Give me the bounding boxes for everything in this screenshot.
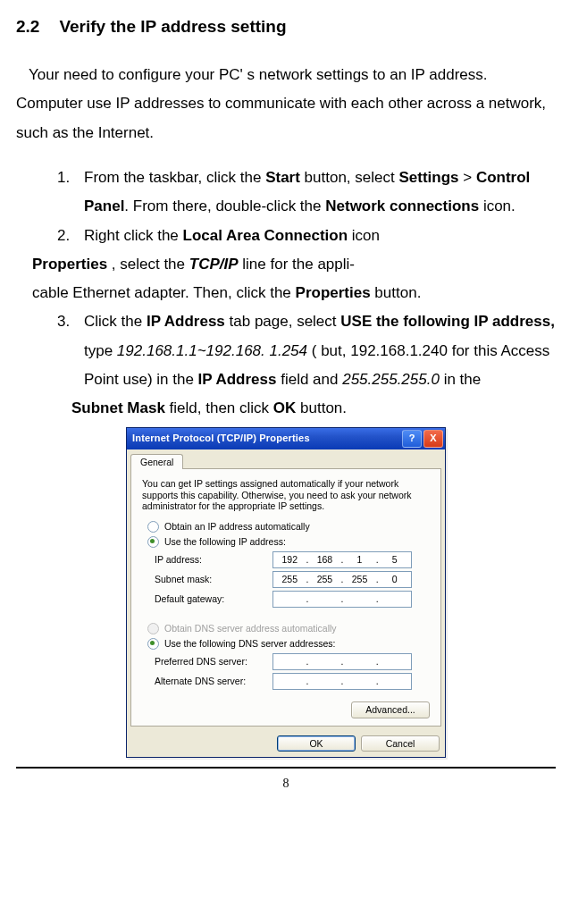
field-label: Alternate DNS server: — [155, 676, 272, 687]
tab-general[interactable]: General — [130, 454, 183, 470]
field-label: IP address: — [155, 554, 272, 566]
close-button[interactable]: X — [423, 430, 443, 448]
dialog-title: Internet Protocol (TCP/IP) Properties — [132, 433, 400, 444]
page-number: 8 — [16, 772, 556, 796]
radio-icon — [147, 638, 159, 650]
dns-fields-group: Preferred DNS server: . . . Alternate DN… — [142, 653, 430, 694]
radio-icon — [147, 623, 159, 634]
bold-text: OK — [273, 399, 297, 416]
page-divider — [16, 767, 556, 769]
list-item-2: 2. Right click the Local Area Connection… — [57, 222, 556, 250]
titlebar: Internet Protocol (TCP/IP) Properties ? … — [127, 428, 445, 449]
radio-icon — [147, 521, 159, 533]
panel-body: You can get IP settings assigned automat… — [130, 468, 441, 726]
radio-label: Obtain an IP address automatically — [164, 521, 310, 533]
list-number: 3. — [57, 307, 70, 336]
bold-text: USE the following IP address, — [340, 313, 555, 330]
bold-text: Local Area Connection — [183, 227, 348, 244]
field-label: Subnet mask: — [155, 574, 272, 585]
field-label: Default gateway: — [155, 593, 272, 605]
dialog-footer: OK Cancel — [127, 730, 445, 758]
intro-paragraph: Your need to configure your PC' s networ… — [16, 61, 556, 147]
tab-strip: General — [127, 449, 445, 469]
tcpip-properties-dialog: Internet Protocol (TCP/IP) Properties ? … — [126, 427, 446, 759]
list-number: 2. — [57, 222, 70, 250]
italic-text: 192.168.1.1~192.168. 1.254 — [117, 342, 307, 359]
bold-text: IP Address — [198, 371, 277, 388]
section-number: 2.2 — [16, 11, 39, 43]
italic-text: 255.255.255.0 — [342, 371, 440, 388]
bold-text: Properties — [296, 284, 371, 301]
ip-fields-group: IP address: 192. 168. 1. 5 Subnet mask: … — [142, 551, 430, 616]
radio-label: Obtain DNS server address automatically — [164, 623, 337, 634]
bold-text: Settings — [398, 169, 458, 186]
subnet-mask-row: Subnet mask: 255. 255. 255. 0 — [155, 571, 430, 588]
ip-address-input[interactable]: 192. 168. 1. 5 — [272, 551, 412, 568]
description-text: You can get IP settings assigned automat… — [142, 478, 430, 512]
ok-button[interactable]: OK — [277, 735, 356, 752]
radio-obtain-ip[interactable]: Obtain an IP address automatically — [147, 521, 430, 533]
radio-use-dns[interactable]: Use the following DNS server addresses: — [147, 638, 430, 650]
radio-icon — [147, 536, 159, 548]
radio-obtain-dns: Obtain DNS server address automatically — [147, 623, 430, 634]
list-item-2-continued: cable Ethernet adapter. Then, click the … — [32, 279, 556, 307]
section-heading: 2.2Verify the IP address setting — [16, 11, 556, 43]
ip-address-row: IP address: 192. 168. 1. 5 — [155, 551, 430, 568]
list-item-1: 1. From the taskbar, click the Start but… — [57, 164, 556, 222]
subnet-mask-input[interactable]: 255. 255. 255. 0 — [272, 571, 412, 588]
bold-italic-text: TCP/IP — [189, 256, 239, 273]
default-gateway-row: Default gateway: . . . — [155, 591, 430, 608]
advanced-row: Advanced... — [142, 701, 430, 718]
list-item-2-continued: Properties , select the TCP/IP line for … — [32, 250, 556, 279]
list-item-body: Right click the Local Area Connection ic… — [84, 227, 380, 244]
advanced-button[interactable]: Advanced... — [351, 701, 430, 718]
alternate-dns-input[interactable]: . . . — [272, 673, 412, 690]
section-title-text: Verify the IP address setting — [59, 17, 286, 36]
default-gateway-input[interactable]: . . . — [272, 591, 412, 608]
preferred-dns-row: Preferred DNS server: . . . — [155, 653, 430, 670]
list-number: 1. — [57, 164, 70, 192]
radio-use-ip[interactable]: Use the following IP address: — [147, 536, 430, 548]
list-item-3: 3. Click the IP Address tab page, select… — [57, 307, 556, 394]
ordered-list: 1. From the taskbar, click the Start but… — [57, 164, 556, 424]
bold-text: IP Address — [147, 313, 225, 330]
help-button[interactable]: ? — [402, 430, 422, 448]
bold-text: Start — [265, 169, 300, 186]
preferred-dns-input[interactable]: . . . — [272, 653, 412, 670]
radio-label: Use the following DNS server addresses: — [164, 638, 335, 650]
field-label: Preferred DNS server: — [155, 656, 272, 668]
alternate-dns-row: Alternate DNS server: . . . — [155, 673, 430, 690]
dialog-screenshot: Internet Protocol (TCP/IP) Properties ? … — [16, 427, 556, 759]
bold-text: Network connections — [325, 197, 479, 214]
list-item-3-continued: Subnet Mask field, then click OK button. — [57, 394, 556, 423]
bold-text: Subnet Mask — [71, 399, 165, 416]
bold-text: Properties — [32, 256, 107, 273]
cancel-button[interactable]: Cancel — [361, 735, 440, 752]
list-item-body: Click the IP Address tab page, select US… — [84, 313, 555, 388]
list-item-body: From the taskbar, click the Start button… — [84, 169, 530, 214]
radio-label: Use the following IP address: — [164, 536, 286, 548]
